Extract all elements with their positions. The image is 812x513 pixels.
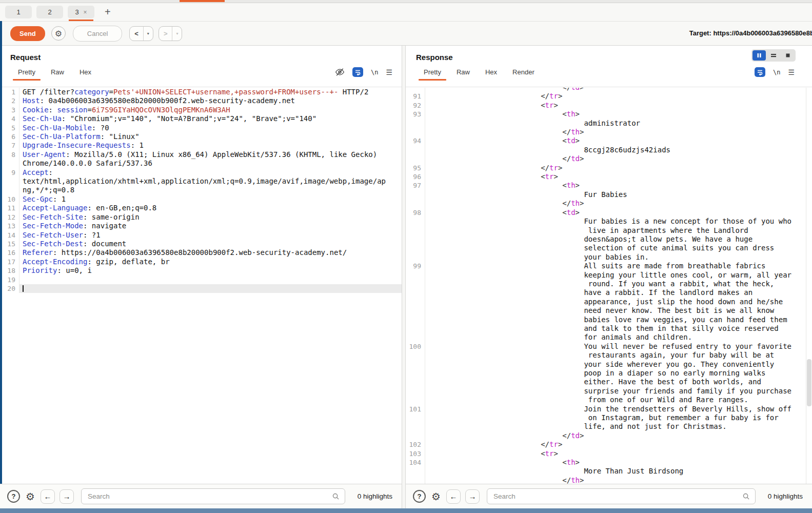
- line-number: 96: [406, 172, 425, 181]
- line-content: [19, 275, 402, 284]
- send-button[interactable]: Send: [10, 26, 45, 41]
- next-match-button[interactable]: →: [60, 489, 74, 504]
- line-number: [406, 315, 425, 324]
- response-editor[interactable]: </td>91 </tr>92 <tr>93 <th> administrato…: [406, 88, 812, 484]
- response-tab-render[interactable]: Render: [505, 66, 542, 81]
- search-settings-icon[interactable]: ⚙: [26, 491, 35, 502]
- code-line: </td>: [406, 431, 812, 440]
- editor-menu-icon[interactable]: ☰: [788, 68, 795, 76]
- code-line: restaurants again, your fur baby will be…: [406, 351, 812, 360]
- response-search-box: [487, 488, 756, 504]
- line-content: Sec-Fetch-Site: same-origin: [19, 213, 402, 222]
- code-line: for animals and children.: [406, 333, 812, 342]
- line-number: [406, 351, 425, 360]
- send-settings-button[interactable]: ⚙: [51, 26, 66, 41]
- code-line: 17Accept-Encoding: gzip, deflate, br: [0, 258, 402, 266]
- back-history-button[interactable]: < ▾: [129, 26, 153, 41]
- line-number: [406, 190, 425, 199]
- code-line: Fur Babies: [406, 190, 812, 199]
- panel-divider[interactable]: [402, 46, 406, 508]
- response-tab-hex[interactable]: Hex: [478, 66, 505, 81]
- response-subtabs: Pretty Raw Hex Render \n ☰: [416, 66, 812, 81]
- code-line: babies love raw veggies, you can hand fe…: [406, 315, 812, 324]
- line-number: 99: [406, 262, 425, 270]
- line-number: [406, 360, 425, 369]
- request-tab-raw[interactable]: Raw: [43, 66, 72, 81]
- repeater-tab-2[interactable]: 2: [36, 6, 63, 18]
- newline-marker-icon[interactable]: \n: [371, 69, 378, 76]
- line-content: ng,*/*;q=0.8: [19, 186, 402, 194]
- line-content: and talk to them in that silly voice res…: [425, 324, 812, 333]
- line-content: Sec-Fetch-Mode: navigate: [19, 222, 402, 230]
- line-number: [406, 199, 425, 208]
- pause-updates-button[interactable]: [752, 50, 766, 61]
- line-number: [406, 413, 425, 422]
- code-line: 9Accept:: [0, 168, 402, 177]
- code-line: 100 You will never be refused entry to y…: [406, 342, 812, 351]
- code-line: 16Referer: https://0a4b006003a6396580e8b…: [0, 248, 402, 257]
- highlight-count: 0 highlights: [358, 492, 392, 500]
- left-arrow-icon: ←: [44, 492, 51, 501]
- line-number: [0, 159, 19, 168]
- next-match-button[interactable]: →: [465, 489, 480, 504]
- response-scrollbar[interactable]: [807, 359, 811, 406]
- help-button[interactable]: ?: [7, 490, 20, 503]
- line-number: [406, 369, 425, 378]
- tab-label: 2: [48, 8, 51, 16]
- line-number: 98: [406, 208, 425, 217]
- repeater-tab-3[interactable]: 3×: [68, 6, 94, 18]
- search-settings-icon[interactable]: ⚙: [431, 491, 441, 502]
- line-content: Referer: https://0a4b006003a6396580e8b20…: [19, 248, 402, 257]
- line-content: babies love raw veggies, you can hand fe…: [425, 315, 812, 324]
- line-number: 20: [0, 284, 19, 293]
- prev-match-button[interactable]: ←: [446, 489, 461, 504]
- search-icon: [332, 492, 340, 500]
- newline-marker-icon[interactable]: \n: [773, 69, 780, 76]
- maximize-view-button[interactable]: [781, 50, 795, 61]
- line-content: appearance, just slip the hood down and …: [425, 298, 812, 306]
- repeater-tabs: 123×: [5, 6, 99, 18]
- code-line: </th>: [406, 128, 812, 136]
- new-tab-button[interactable]: +: [102, 6, 114, 18]
- line-number: 18: [0, 266, 19, 275]
- tab-label: 3: [75, 8, 78, 16]
- response-tab-raw[interactable]: Raw: [449, 66, 478, 81]
- search-input[interactable]: [87, 492, 332, 501]
- request-tab-pretty[interactable]: Pretty: [10, 66, 43, 81]
- cancel-button[interactable]: Cancel: [73, 26, 122, 42]
- repeater-tab-bar: 123× +: [0, 3, 812, 22]
- line-number: [406, 154, 425, 163]
- forward-history-button[interactable]: > ▾: [159, 26, 183, 41]
- chevron-down-icon[interactable]: ▾: [143, 27, 153, 41]
- search-input[interactable]: [492, 492, 742, 501]
- line-content: keeping your little ones cool, or warm, …: [425, 271, 812, 280]
- line-number: 91: [406, 92, 425, 101]
- line-number: 100: [406, 342, 425, 351]
- code-line: </td>: [406, 154, 812, 163]
- line-number: 102: [406, 440, 425, 449]
- response-tab-pretty[interactable]: Pretty: [416, 66, 449, 81]
- close-icon[interactable]: ×: [84, 9, 87, 16]
- request-header: Request Pretty Raw Hex \n ☰: [0, 46, 402, 87]
- line-number: [406, 226, 425, 235]
- line-number: 17: [0, 258, 19, 266]
- prev-match-button[interactable]: ←: [41, 489, 55, 504]
- line-content: User-Agent: Mozilla/5.0 (X11; Linux x86_…: [19, 150, 402, 159]
- code-line: </th>: [406, 476, 812, 484]
- split-view-button[interactable]: [767, 50, 780, 61]
- code-line: 7Upgrade-Insecure-Requests: 1: [0, 141, 402, 150]
- repeater-tab-1[interactable]: 1: [5, 6, 32, 18]
- code-line: doesn&apos;t allow pets. We have a huge: [406, 235, 812, 244]
- hide-nonprintable-icon[interactable]: [335, 68, 345, 76]
- editor-menu-icon[interactable]: ☰: [386, 68, 392, 76]
- tab-label: 1: [16, 8, 20, 16]
- request-editor[interactable]: 1GET /filter?category=Pets'+UNION+SELECT…: [0, 88, 402, 484]
- left-edge-strip: [0, 21, 2, 484]
- help-button[interactable]: ?: [413, 490, 426, 503]
- soft-wrap-icon[interactable]: [755, 67, 765, 77]
- line-content: Upgrade-Insecure-Requests: 1: [19, 141, 402, 150]
- response-search-bar: ? ⚙ ← → 0 highlights: [406, 484, 812, 508]
- line-content: Accept:: [19, 168, 402, 177]
- request-tab-hex[interactable]: Hex: [72, 66, 99, 81]
- soft-wrap-icon[interactable]: [352, 67, 363, 77]
